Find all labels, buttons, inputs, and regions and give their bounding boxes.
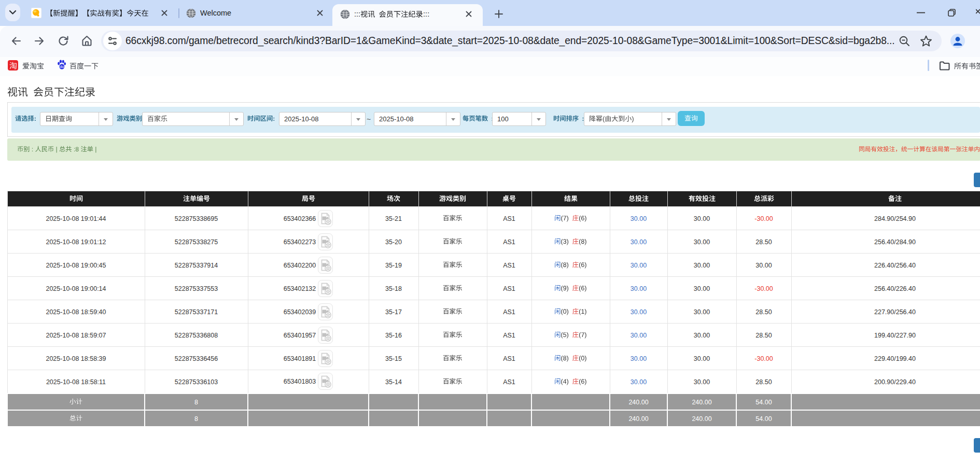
svg-text:du: du	[60, 64, 64, 69]
